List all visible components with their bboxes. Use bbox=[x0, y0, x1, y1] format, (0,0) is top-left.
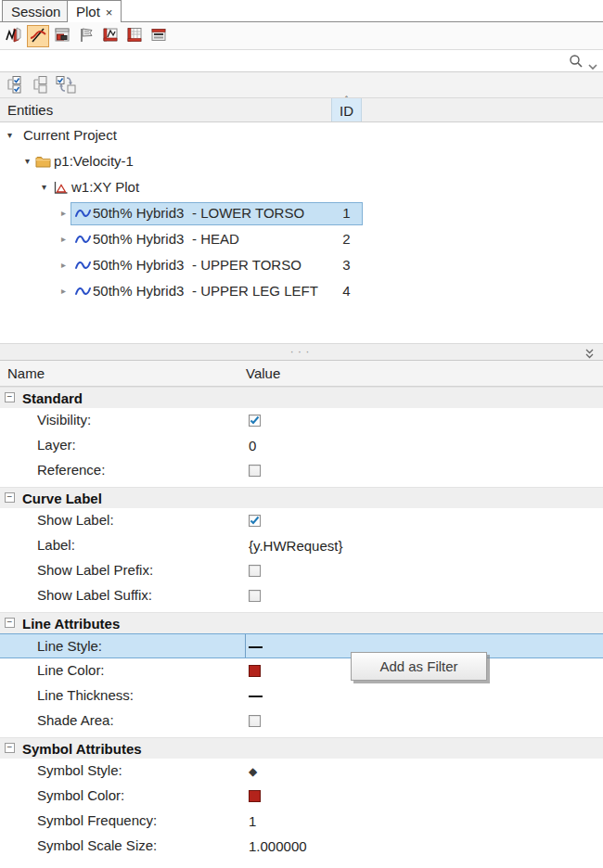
property-row-show-label-prefix: Show Label Prefix: bbox=[0, 558, 603, 583]
flag-icon bbox=[77, 26, 96, 47]
property-row-reference: Reference: bbox=[0, 458, 603, 483]
property-row-show-label: Show Label: bbox=[0, 508, 603, 533]
line-thickness-sample[interactable] bbox=[249, 696, 263, 697]
table-view-button[interactable] bbox=[148, 25, 170, 47]
splitter-grip: ··· bbox=[0, 344, 603, 358]
property-row-symbol-color: Symbol Color: bbox=[0, 784, 603, 809]
line-color-swatch[interactable] bbox=[249, 665, 261, 677]
tree-row-window[interactable]: ▾ w1:XY Plot bbox=[0, 176, 603, 202]
expander-collapsed-icon[interactable]: ▸ bbox=[61, 260, 66, 270]
search-options-chevron-icon[interactable] bbox=[588, 57, 597, 73]
curve-icon bbox=[75, 259, 91, 274]
expander-expanded-icon[interactable]: ▾ bbox=[7, 130, 12, 140]
property-row-symbol-frequency: Symbol Frequency: 1 bbox=[0, 809, 603, 834]
tree-label: p1:Velocity-1 bbox=[54, 153, 134, 169]
table-grid-icon bbox=[125, 26, 144, 47]
check-all-icon bbox=[5, 75, 27, 96]
checkbox-unchecked[interactable] bbox=[249, 715, 261, 727]
section-header-curve-label[interactable]: − Curve Label bbox=[0, 487, 603, 508]
tree-row-curve-selected[interactable]: ▸ 50th% Hybrid3 - LOWER TORSO 1 bbox=[0, 202, 603, 228]
curve-id: 3 bbox=[331, 257, 362, 273]
flag-button[interactable] bbox=[75, 25, 97, 47]
id-column-header[interactable]: ˆ ID bbox=[331, 98, 362, 121]
collapse-minus-icon[interactable]: − bbox=[5, 743, 15, 753]
tree-label: w1:XY Plot bbox=[71, 179, 139, 195]
collapse-minus-icon[interactable]: − bbox=[5, 492, 15, 503]
tree-row-page[interactable]: ▾ p1:Velocity-1 bbox=[0, 150, 603, 176]
curve-name: 50th% Hybrid3 bbox=[93, 205, 184, 221]
plot-note-button[interactable] bbox=[99, 25, 122, 47]
section-header-standard[interactable]: − Standard bbox=[0, 387, 603, 408]
expander-expanded-icon[interactable]: ▾ bbox=[42, 182, 46, 192]
media-page-button[interactable] bbox=[51, 25, 73, 47]
property-row-shade-area: Shade Area: bbox=[0, 708, 603, 734]
value-text[interactable]: 1 bbox=[249, 809, 256, 834]
curve-request: - UPPER LEG LEFT bbox=[192, 283, 318, 299]
context-menu: Add as Filter bbox=[351, 652, 487, 681]
check-all-button[interactable] bbox=[4, 75, 28, 96]
curve-icon bbox=[75, 285, 91, 300]
property-row-label: Label: {y.HWRequest} bbox=[0, 533, 603, 558]
search-bar bbox=[0, 50, 603, 72]
checkbox-checked[interactable] bbox=[249, 515, 261, 527]
curve-id: 1 bbox=[331, 205, 362, 221]
property-row-layer: Layer: 0 bbox=[0, 433, 603, 458]
value-text[interactable]: 1.000000 bbox=[249, 834, 307, 859]
table-view-icon bbox=[149, 26, 168, 47]
property-row-line-style-highlighted[interactable]: Line Style: bbox=[0, 633, 603, 658]
close-icon[interactable]: × bbox=[106, 6, 113, 19]
uncheck-all-button[interactable] bbox=[30, 75, 54, 96]
uncheck-all-icon bbox=[31, 75, 53, 96]
column-divider bbox=[245, 634, 246, 657]
xy-curve-button[interactable] bbox=[27, 25, 49, 47]
sort-ascending-icon: ˆ bbox=[345, 96, 348, 103]
tree-row-curve[interactable]: ▸ 50th% Hybrid3 - HEAD 2 bbox=[0, 228, 603, 254]
animation-plot-button[interactable] bbox=[3, 25, 25, 47]
properties-header: Name Value bbox=[0, 361, 603, 387]
tab-session[interactable]: Session bbox=[2, 0, 70, 21]
search-icon[interactable] bbox=[568, 53, 584, 72]
property-row-visibility: Visibility: bbox=[0, 408, 603, 433]
tab-plot[interactable]: Plot× bbox=[67, 0, 122, 22]
tab-session-label: Session bbox=[11, 4, 60, 19]
tree-row-curve[interactable]: ▸ 50th% Hybrid3 - UPPER LEG LEFT 4 bbox=[0, 280, 603, 306]
context-menu-item-add-as-filter[interactable]: Add as Filter bbox=[352, 653, 486, 680]
name-column-header[interactable]: Name bbox=[7, 361, 45, 386]
checkbox-checked[interactable] bbox=[249, 415, 261, 427]
table-grid-button[interactable] bbox=[123, 25, 146, 47]
tree-row-curve[interactable]: ▸ 50th% Hybrid3 - UPPER TORSO 3 bbox=[0, 254, 603, 280]
curve-request: - LOWER TORSO bbox=[192, 205, 304, 221]
line-style-sample[interactable] bbox=[249, 646, 263, 648]
property-row-line-thickness: Line Thickness: bbox=[0, 683, 603, 708]
checkbox-unchecked[interactable] bbox=[249, 465, 261, 477]
folder-icon bbox=[35, 155, 51, 172]
animation-plot-icon bbox=[5, 26, 23, 47]
value-column-header[interactable]: Value bbox=[246, 361, 280, 386]
value-text[interactable]: {y.HWRequest} bbox=[249, 533, 342, 558]
collapse-minus-icon[interactable]: − bbox=[5, 392, 15, 402]
curve-icon bbox=[75, 207, 91, 223]
value-text[interactable]: 0 bbox=[249, 433, 256, 458]
expander-expanded-icon[interactable]: ▾ bbox=[25, 156, 30, 166]
checkbox-unchecked[interactable] bbox=[249, 565, 261, 577]
symbol-color-swatch[interactable] bbox=[249, 790, 261, 802]
checkbox-unchecked[interactable] bbox=[249, 590, 261, 602]
property-row-symbol-scale-size: Symbol Scale Size: 1.000000 bbox=[0, 834, 603, 859]
reverse-check-button[interactable] bbox=[54, 75, 78, 96]
splitter-handle[interactable]: ··· bbox=[0, 343, 603, 361]
section-header-line-attributes[interactable]: − Line Attributes bbox=[0, 612, 603, 633]
collapse-minus-icon[interactable]: − bbox=[5, 618, 15, 628]
xy-plot-icon bbox=[53, 181, 69, 198]
expander-collapsed-icon[interactable]: ▸ bbox=[61, 208, 66, 218]
symbol-style-sample[interactable]: ◆ bbox=[249, 766, 257, 777]
expander-collapsed-icon[interactable]: ▸ bbox=[61, 234, 66, 244]
xy-curve-icon bbox=[29, 26, 47, 47]
property-row-show-label-suffix: Show Label Suffix: bbox=[0, 583, 603, 608]
tree-toolbar bbox=[0, 72, 603, 98]
entities-column-header[interactable]: Entities bbox=[7, 98, 53, 121]
tree-row-current-project[interactable]: ▾ Current Project bbox=[0, 124, 603, 150]
search-input[interactable] bbox=[2, 51, 562, 71]
expander-collapsed-icon[interactable]: ▸ bbox=[61, 286, 66, 296]
section-header-symbol-attributes[interactable]: − Symbol Attributes bbox=[0, 737, 603, 759]
reverse-check-icon bbox=[55, 75, 77, 96]
